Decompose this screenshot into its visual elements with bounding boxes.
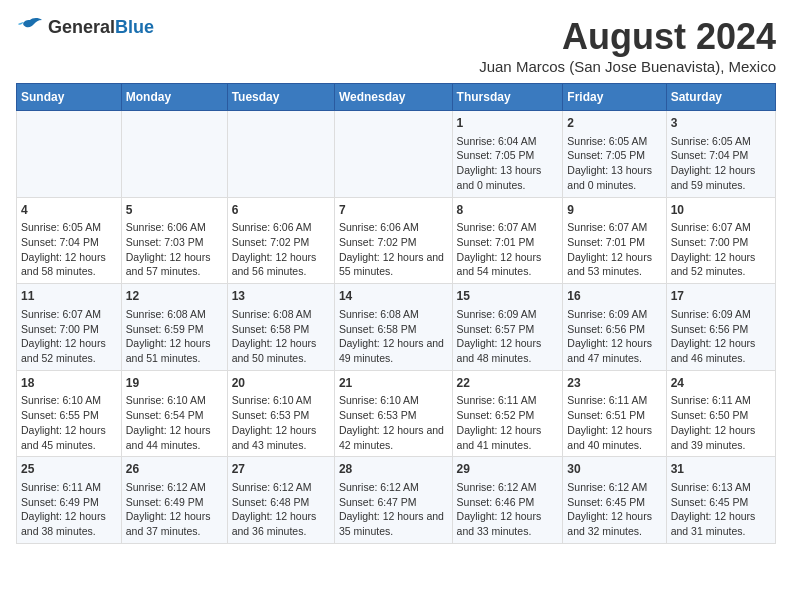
calendar-cell: 3Sunrise: 6:05 AMSunset: 7:04 PMDaylight… [666,111,775,198]
cell-info: Sunrise: 6:10 AMSunset: 6:53 PMDaylight:… [232,393,330,452]
day-number: 27 [232,461,330,478]
calendar-cell: 27Sunrise: 6:12 AMSunset: 6:48 PMDayligh… [227,457,334,544]
sunrise-text: Sunrise: 6:12 AM [232,481,312,493]
day-header-sunday: Sunday [17,84,122,111]
day-number: 4 [21,202,117,219]
cell-info: Sunrise: 6:10 AMSunset: 6:53 PMDaylight:… [339,393,448,452]
daylight-text: Daylight: 12 hours and 33 minutes. [457,510,542,537]
sunrise-text: Sunrise: 6:10 AM [21,394,101,406]
daylight-text: Daylight: 12 hours and 59 minutes. [671,164,756,191]
day-header-thursday: Thursday [452,84,563,111]
header: GeneralBlue August 2024 Juan Marcos (San… [16,16,776,75]
sunset-text: Sunset: 6:52 PM [457,409,535,421]
title-area: August 2024 Juan Marcos (San Jose Buenav… [479,16,776,75]
daylight-text: Daylight: 12 hours and 53 minutes. [567,251,652,278]
calendar-cell: 12Sunrise: 6:08 AMSunset: 6:59 PMDayligh… [121,284,227,371]
sunset-text: Sunset: 7:02 PM [339,236,417,248]
sunrise-text: Sunrise: 6:11 AM [567,394,647,406]
sunrise-text: Sunrise: 6:12 AM [126,481,206,493]
calendar-cell: 5Sunrise: 6:06 AMSunset: 7:03 PMDaylight… [121,197,227,284]
daylight-text: Daylight: 13 hours and 0 minutes. [457,164,542,191]
calendar-cell: 31Sunrise: 6:13 AMSunset: 6:45 PMDayligh… [666,457,775,544]
sunrise-text: Sunrise: 6:07 AM [457,221,537,233]
day-number: 22 [457,375,559,392]
calendar-cell: 14Sunrise: 6:08 AMSunset: 6:58 PMDayligh… [334,284,452,371]
calendar-cell: 28Sunrise: 6:12 AMSunset: 6:47 PMDayligh… [334,457,452,544]
day-number: 31 [671,461,771,478]
calendar-header-row: SundayMondayTuesdayWednesdayThursdayFrid… [17,84,776,111]
cell-info: Sunrise: 6:09 AMSunset: 6:56 PMDaylight:… [671,307,771,366]
sunrise-text: Sunrise: 6:06 AM [339,221,419,233]
cell-info: Sunrise: 6:09 AMSunset: 6:57 PMDaylight:… [457,307,559,366]
day-number: 19 [126,375,223,392]
sunrise-text: Sunrise: 6:12 AM [457,481,537,493]
sunset-text: Sunset: 6:47 PM [339,496,417,508]
daylight-text: Daylight: 12 hours and 45 minutes. [21,424,106,451]
daylight-text: Daylight: 12 hours and 43 minutes. [232,424,317,451]
sunset-text: Sunset: 7:01 PM [567,236,645,248]
day-number: 6 [232,202,330,219]
daylight-text: Daylight: 12 hours and 39 minutes. [671,424,756,451]
sunrise-text: Sunrise: 6:12 AM [339,481,419,493]
cell-info: Sunrise: 6:09 AMSunset: 6:56 PMDaylight:… [567,307,661,366]
cell-info: Sunrise: 6:10 AMSunset: 6:55 PMDaylight:… [21,393,117,452]
calendar-cell: 6Sunrise: 6:06 AMSunset: 7:02 PMDaylight… [227,197,334,284]
week-row-1: 1Sunrise: 6:04 AMSunset: 7:05 PMDaylight… [17,111,776,198]
day-number: 7 [339,202,448,219]
calendar-cell: 19Sunrise: 6:10 AMSunset: 6:54 PMDayligh… [121,370,227,457]
day-number: 23 [567,375,661,392]
logo-bird-icon [16,16,44,38]
daylight-text: Daylight: 12 hours and 37 minutes. [126,510,211,537]
sunset-text: Sunset: 6:58 PM [339,323,417,335]
day-number: 1 [457,115,559,132]
day-number: 5 [126,202,223,219]
sunset-text: Sunset: 6:53 PM [339,409,417,421]
cell-info: Sunrise: 6:12 AMSunset: 6:47 PMDaylight:… [339,480,448,539]
sunrise-text: Sunrise: 6:13 AM [671,481,751,493]
day-number: 3 [671,115,771,132]
cell-info: Sunrise: 6:06 AMSunset: 7:02 PMDaylight:… [339,220,448,279]
calendar-cell: 10Sunrise: 6:07 AMSunset: 7:00 PMDayligh… [666,197,775,284]
calendar-cell: 9Sunrise: 6:07 AMSunset: 7:01 PMDaylight… [563,197,666,284]
sunrise-text: Sunrise: 6:12 AM [567,481,647,493]
day-number: 30 [567,461,661,478]
sunset-text: Sunset: 6:58 PM [232,323,310,335]
calendar-cell: 11Sunrise: 6:07 AMSunset: 7:00 PMDayligh… [17,284,122,371]
calendar-cell: 29Sunrise: 6:12 AMSunset: 6:46 PMDayligh… [452,457,563,544]
sunset-text: Sunset: 6:56 PM [567,323,645,335]
cell-info: Sunrise: 6:11 AMSunset: 6:51 PMDaylight:… [567,393,661,452]
cell-info: Sunrise: 6:05 AMSunset: 7:04 PMDaylight:… [671,134,771,193]
calendar-cell: 15Sunrise: 6:09 AMSunset: 6:57 PMDayligh… [452,284,563,371]
cell-info: Sunrise: 6:10 AMSunset: 6:54 PMDaylight:… [126,393,223,452]
cell-info: Sunrise: 6:12 AMSunset: 6:46 PMDaylight:… [457,480,559,539]
calendar-cell: 20Sunrise: 6:10 AMSunset: 6:53 PMDayligh… [227,370,334,457]
daylight-text: Daylight: 12 hours and 32 minutes. [567,510,652,537]
day-number: 11 [21,288,117,305]
sunrise-text: Sunrise: 6:08 AM [339,308,419,320]
sunrise-text: Sunrise: 6:11 AM [457,394,537,406]
week-row-5: 25Sunrise: 6:11 AMSunset: 6:49 PMDayligh… [17,457,776,544]
daylight-text: Daylight: 12 hours and 51 minutes. [126,337,211,364]
calendar-cell: 30Sunrise: 6:12 AMSunset: 6:45 PMDayligh… [563,457,666,544]
daylight-text: Daylight: 12 hours and 42 minutes. [339,424,444,451]
daylight-text: Daylight: 12 hours and 57 minutes. [126,251,211,278]
logo-text: GeneralBlue [48,17,154,38]
sunset-text: Sunset: 7:00 PM [671,236,749,248]
cell-info: Sunrise: 6:11 AMSunset: 6:49 PMDaylight:… [21,480,117,539]
calendar-cell: 17Sunrise: 6:09 AMSunset: 6:56 PMDayligh… [666,284,775,371]
day-number: 17 [671,288,771,305]
sunset-text: Sunset: 6:49 PM [126,496,204,508]
daylight-text: Daylight: 12 hours and 52 minutes. [671,251,756,278]
calendar-cell: 22Sunrise: 6:11 AMSunset: 6:52 PMDayligh… [452,370,563,457]
cell-info: Sunrise: 6:06 AMSunset: 7:03 PMDaylight:… [126,220,223,279]
daylight-text: Daylight: 12 hours and 50 minutes. [232,337,317,364]
sunset-text: Sunset: 6:45 PM [567,496,645,508]
calendar-cell: 7Sunrise: 6:06 AMSunset: 7:02 PMDaylight… [334,197,452,284]
cell-info: Sunrise: 6:08 AMSunset: 6:58 PMDaylight:… [232,307,330,366]
cell-info: Sunrise: 6:04 AMSunset: 7:05 PMDaylight:… [457,134,559,193]
daylight-text: Daylight: 12 hours and 41 minutes. [457,424,542,451]
sunset-text: Sunset: 7:04 PM [21,236,99,248]
daylight-text: Daylight: 12 hours and 48 minutes. [457,337,542,364]
week-row-2: 4Sunrise: 6:05 AMSunset: 7:04 PMDaylight… [17,197,776,284]
sunset-text: Sunset: 6:51 PM [567,409,645,421]
